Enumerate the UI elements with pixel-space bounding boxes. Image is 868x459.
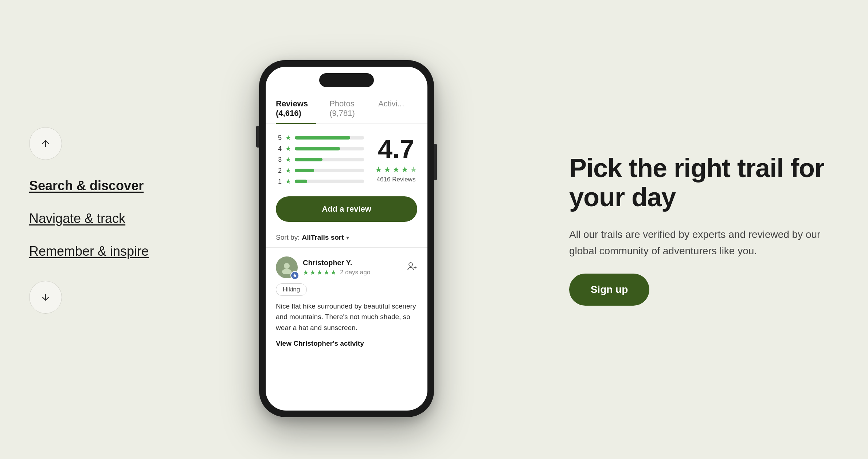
screen-content: Reviews (4,616) Photos (9,781) Activi...… (266, 67, 427, 411)
bar-star-4: ★ (285, 145, 291, 153)
svg-marker-4 (293, 273, 297, 278)
r-star-1: ★ (303, 268, 309, 276)
avatar-wrap (276, 256, 298, 278)
dynamic-island (319, 73, 374, 87)
score-star-half: ★ (410, 165, 417, 174)
sort-row[interactable]: Sort by: AllTrails sort ▾ (266, 229, 427, 248)
nav-link-remember[interactable]: Remember & inspire (29, 244, 149, 259)
rating-score: 4.7 ★ ★ ★ ★ ★ 4616 Reviews (375, 136, 417, 183)
phone-wrapper: Reviews (4,616) Photos (9,781) Activi...… (259, 60, 434, 443)
add-review-button[interactable]: Add a review (276, 196, 417, 222)
bar-fill-3 (295, 158, 322, 161)
bar-label-4: 4 (276, 145, 282, 153)
nav-link-search[interactable]: Search & discover (29, 178, 149, 193)
bar-fill-2 (295, 169, 314, 172)
rating-bars: 5 ★ 4 ★ 3 (276, 134, 364, 185)
bar-track-5 (295, 136, 364, 140)
bar-star-5: ★ (285, 134, 291, 142)
svg-point-5 (409, 263, 413, 266)
headline: Pick the right trail for your day (569, 153, 832, 212)
signup-button[interactable]: Sign up (569, 274, 649, 306)
sort-chevron-icon: ▾ (346, 234, 349, 241)
hiking-tag: Hiking (276, 283, 307, 296)
bar-fill-1 (295, 180, 307, 183)
view-activity-link[interactable]: View Christopher's activity (276, 340, 364, 347)
review-stars: ★ ★ ★ ★ ★ (303, 268, 336, 276)
bar-star-1: ★ (285, 177, 291, 185)
nav-up-button[interactable] (29, 127, 62, 160)
bar-track-1 (295, 180, 364, 183)
review-time: 2 days ago (340, 269, 370, 276)
bar-label-2: 2 (276, 167, 282, 174)
review-text: Nice flat hike surrounded by beautiful s… (276, 301, 417, 333)
tabs-row: Reviews (4,616) Photos (9,781) Activi... (266, 94, 427, 123)
reviewer-left: Christopher Y. ★ ★ ★ ★ ★ (276, 256, 370, 278)
phone-container: Reviews (4,616) Photos (9,781) Activi...… (153, 0, 540, 459)
bar-fill-5 (295, 136, 350, 140)
score-star-2: ★ (384, 165, 391, 174)
bar-row-4: 4 ★ (276, 145, 364, 153)
phone-screen: Reviews (4,616) Photos (9,781) Activi...… (266, 67, 427, 411)
bar-star-2: ★ (285, 166, 291, 174)
r-star-3: ★ (317, 268, 322, 276)
score-number: 4.7 (375, 136, 417, 162)
r-star-2: ★ (310, 268, 316, 276)
sort-label: Sort by: (276, 234, 300, 242)
bar-fill-4 (295, 147, 340, 150)
reviewer-info: Christopher Y. ★ ★ ★ ★ ★ (303, 259, 370, 276)
tab-activity[interactable]: Activi... (378, 94, 404, 123)
nav-link-navigate[interactable]: Navigate & track (29, 211, 149, 226)
subtext: All our trails are verified by experts a… (569, 227, 824, 259)
tab-photos[interactable]: Photos (9,781) (329, 94, 365, 123)
score-stars: ★ ★ ★ ★ ★ (375, 165, 417, 174)
review-card: Christopher Y. ★ ★ ★ ★ ★ (266, 248, 427, 355)
bar-row-2: 2 ★ (276, 166, 364, 174)
bar-track-3 (295, 158, 364, 161)
nav-down-button[interactable] (29, 281, 62, 314)
follow-button[interactable] (406, 261, 417, 274)
page-container: Search & discover Navigate & track Remem… (0, 0, 868, 459)
bar-star-3: ★ (285, 156, 291, 164)
r-star-5: ★ (331, 268, 336, 276)
score-star-3: ★ (392, 165, 400, 174)
bar-row-5: 5 ★ (276, 134, 364, 142)
score-count: 4616 Reviews (375, 176, 417, 183)
bar-row-1: 1 ★ (276, 177, 364, 185)
phone-shell: Reviews (4,616) Photos (9,781) Activi...… (259, 60, 434, 417)
svg-point-2 (284, 263, 290, 269)
score-star-4: ★ (401, 165, 408, 174)
rating-section: 5 ★ 4 ★ 3 (266, 123, 427, 193)
tab-reviews[interactable]: Reviews (4,616) (276, 94, 316, 123)
avatar-badge (290, 271, 299, 280)
review-meta: ★ ★ ★ ★ ★ 2 days ago (303, 268, 370, 276)
svg-point-3 (282, 269, 292, 274)
bar-label-3: 3 (276, 156, 282, 164)
bar-track-4 (295, 147, 364, 150)
bar-label-5: 5 (276, 134, 282, 142)
reviewer-name: Christopher Y. (303, 259, 370, 267)
bar-track-2 (295, 169, 364, 172)
score-star-1: ★ (375, 165, 382, 174)
sort-value: AllTrails sort (302, 234, 344, 242)
right-content: Pick the right trail for your day All ou… (540, 153, 868, 306)
nav-links: Search & discover Navigate & track Remem… (29, 178, 149, 259)
left-nav: Search & discover Navigate & track Remem… (0, 0, 153, 459)
bar-label-1: 1 (276, 178, 282, 185)
r-star-4: ★ (324, 268, 329, 276)
bar-row-3: 3 ★ (276, 156, 364, 164)
review-header: Christopher Y. ★ ★ ★ ★ ★ (276, 256, 417, 278)
